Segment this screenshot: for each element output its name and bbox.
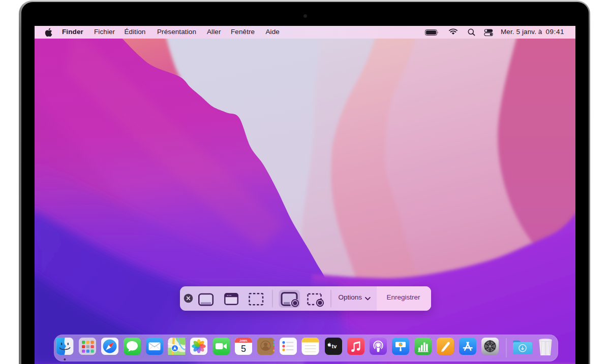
svg-text:tv: tv bbox=[332, 343, 338, 349]
svg-text:JANV.: JANV. bbox=[239, 339, 248, 342]
svg-text:5: 5 bbox=[241, 344, 246, 354]
